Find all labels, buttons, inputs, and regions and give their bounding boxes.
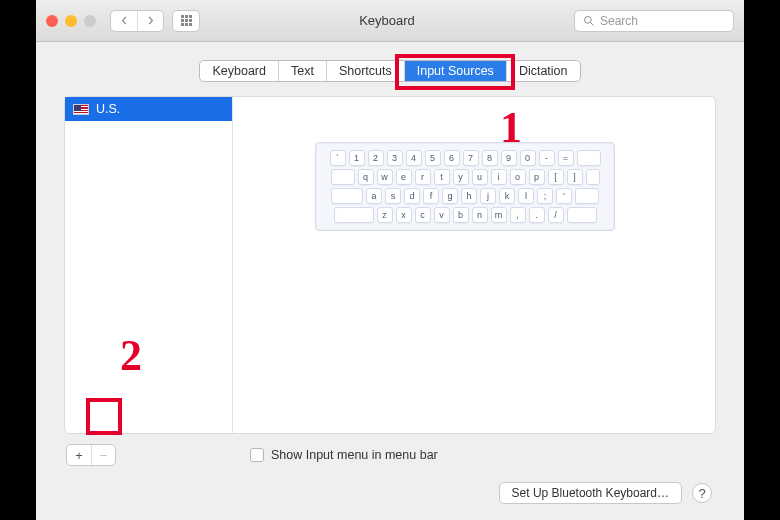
key: u — [472, 169, 488, 185]
key: ` — [330, 150, 346, 166]
key: - — [539, 150, 555, 166]
key: 0 — [520, 150, 536, 166]
key: k — [499, 188, 515, 204]
key: n — [472, 207, 488, 223]
key: 2 — [368, 150, 384, 166]
add-source-button[interactable]: + — [67, 445, 91, 465]
key: w — [377, 169, 393, 185]
key: x — [396, 207, 412, 223]
key: h — [461, 188, 477, 204]
key: j — [480, 188, 496, 204]
grid-icon — [181, 15, 192, 26]
key: , — [510, 207, 526, 223]
chevron-left-icon — [120, 16, 129, 25]
key: 1 — [349, 150, 365, 166]
key: q — [358, 169, 374, 185]
key: p — [529, 169, 545, 185]
window-body: Keyboard Text Shortcuts Input Sources Di… — [36, 42, 744, 520]
key: e — [396, 169, 412, 185]
us-flag-icon — [73, 104, 89, 115]
key: = — [558, 150, 574, 166]
key: v — [434, 207, 450, 223]
back-button[interactable] — [111, 11, 137, 31]
key: r — [415, 169, 431, 185]
key: / — [548, 207, 564, 223]
forward-button[interactable] — [137, 11, 163, 31]
key: 8 — [482, 150, 498, 166]
bottom-bar: + − Show Input menu in menu bar — [64, 434, 716, 470]
tab-keyboard[interactable]: Keyboard — [200, 61, 278, 81]
content-box: U.S. `1234567890-=..qwertyuiop[]..asdfgh… — [64, 96, 716, 434]
key: ' — [556, 188, 572, 204]
traffic-lights — [46, 15, 96, 27]
key: 5 — [425, 150, 441, 166]
tabbar: Keyboard Text Shortcuts Input Sources Di… — [64, 60, 716, 82]
key: m — [491, 207, 507, 223]
key: f — [423, 188, 439, 204]
tab-text[interactable]: Text — [278, 61, 326, 81]
key: c — [415, 207, 431, 223]
minimize-window-button[interactable] — [65, 15, 77, 27]
window-title: Keyboard — [208, 13, 566, 28]
key: 7 — [463, 150, 479, 166]
keyboard-preview: `1234567890-=..qwertyuiop[]..asdfghjkl;'… — [315, 142, 615, 231]
input-source-item-us[interactable]: U.S. — [65, 97, 232, 121]
key: t — [434, 169, 450, 185]
key: [ — [548, 169, 564, 185]
remove-source-button[interactable]: − — [91, 445, 115, 465]
titlebar: Keyboard Search — [36, 0, 744, 42]
key: d — [404, 188, 420, 204]
search-icon — [583, 15, 595, 27]
tab-dictation[interactable]: Dictation — [506, 61, 580, 81]
key: s — [385, 188, 401, 204]
key: 9 — [501, 150, 517, 166]
key: . — [529, 207, 545, 223]
svg-line-1 — [591, 22, 594, 25]
show-input-menu-option[interactable]: Show Input menu in menu bar — [250, 448, 438, 462]
checkbox-label: Show Input menu in menu bar — [271, 448, 438, 462]
key: y — [453, 169, 469, 185]
key: 4 — [406, 150, 422, 166]
input-source-label: U.S. — [96, 102, 120, 116]
key: l — [518, 188, 534, 204]
checkbox-icon[interactable] — [250, 448, 264, 462]
bluetooth-keyboard-button[interactable]: Set Up Bluetooth Keyboard… — [499, 482, 682, 504]
key: a — [366, 188, 382, 204]
close-window-button[interactable] — [46, 15, 58, 27]
show-all-button[interactable] — [172, 10, 200, 32]
key: b — [453, 207, 469, 223]
key: g — [442, 188, 458, 204]
chevron-right-icon — [146, 16, 155, 25]
key: 3 — [387, 150, 403, 166]
nav-back-forward — [110, 10, 164, 32]
zoom-window-button[interactable] — [84, 15, 96, 27]
footer: Set Up Bluetooth Keyboard… ? — [64, 470, 716, 508]
svg-point-0 — [585, 16, 592, 23]
key: o — [510, 169, 526, 185]
preferences-window: Keyboard Search Keyboard Text Shortcuts … — [36, 0, 744, 520]
key: i — [491, 169, 507, 185]
tab-input-sources[interactable]: Input Sources — [404, 61, 506, 81]
tab-shortcuts[interactable]: Shortcuts — [326, 61, 404, 81]
tabs: Keyboard Text Shortcuts Input Sources Di… — [199, 60, 580, 82]
preview-pane: `1234567890-=..qwertyuiop[]..asdfghjkl;'… — [233, 97, 715, 433]
help-button[interactable]: ? — [692, 483, 712, 503]
search-field[interactable]: Search — [574, 10, 734, 32]
key: ] — [567, 169, 583, 185]
input-sources-list[interactable]: U.S. — [65, 97, 233, 433]
key: 6 — [444, 150, 460, 166]
key: ; — [537, 188, 553, 204]
key: z — [377, 207, 393, 223]
search-placeholder: Search — [600, 14, 638, 28]
add-remove-group: + − — [66, 444, 116, 466]
